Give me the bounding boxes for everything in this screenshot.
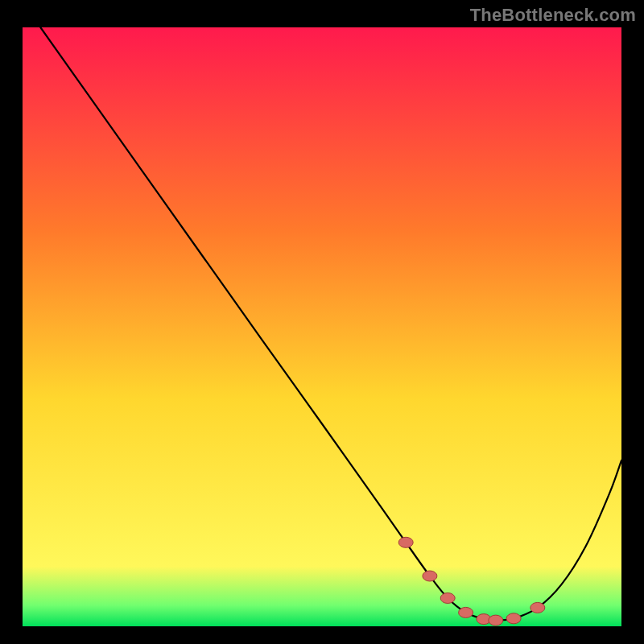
gradient-background [23,27,621,626]
plot-area [23,27,621,626]
trough-marker [530,602,545,613]
trough-marker [489,615,503,625]
chart-frame: TheBottleneck.com [0,0,644,644]
bottleneck-chart [23,27,621,626]
trough-marker [459,607,473,617]
trough-marker [506,613,521,624]
trough-marker [423,571,437,581]
watermark-label: TheBottleneck.com [470,5,636,26]
trough-marker [398,537,413,547]
trough-marker [440,593,455,604]
